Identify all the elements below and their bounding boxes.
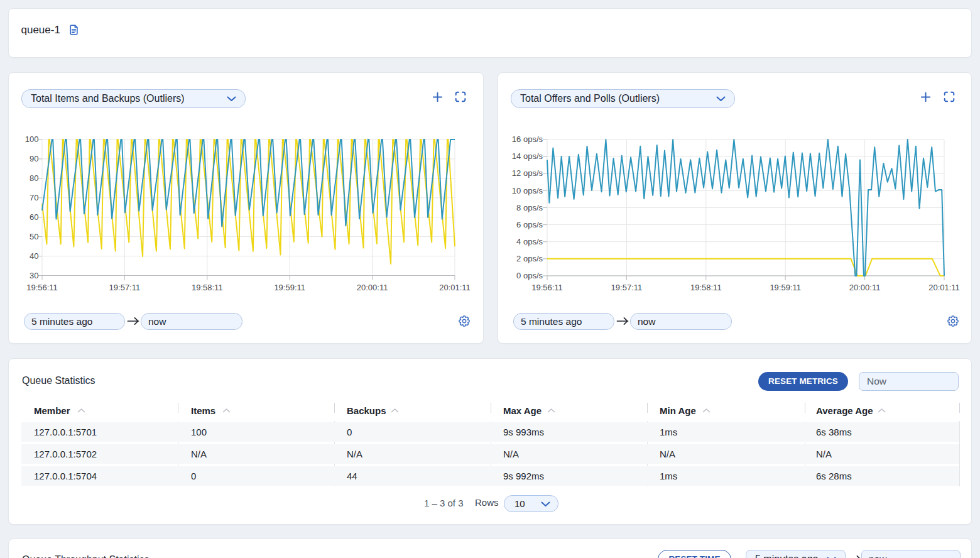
svg-text:30: 30 [30,271,38,280]
svg-text:70: 70 [30,193,38,202]
svg-text:100: 100 [25,134,39,144]
svg-text:20:01:11: 20:01:11 [928,283,960,292]
svg-text:14 ops/s: 14 ops/s [512,151,543,161]
svg-text:19:59:11: 19:59:11 [770,283,801,292]
svg-text:6 ops/s: 6 ops/s [516,220,543,229]
svg-text:19:59:11: 19:59:11 [274,283,305,292]
svg-text:19:58:11: 19:58:11 [690,283,722,292]
svg-text:19:58:11: 19:58:11 [192,283,223,292]
svg-text:90: 90 [30,154,38,163]
svg-text:2 ops/s: 2 ops/s [516,254,543,263]
svg-text:19:57:11: 19:57:11 [611,283,643,292]
svg-text:19:56:11: 19:56:11 [26,283,58,292]
svg-text:4 ops/s: 4 ops/s [516,237,543,246]
svg-text:12 ops/s: 12 ops/s [512,168,543,178]
svg-text:10 ops/s: 10 ops/s [512,186,543,195]
svg-text:19:57:11: 19:57:11 [109,283,141,292]
svg-text:50: 50 [30,232,38,241]
svg-text:20:00:11: 20:00:11 [849,283,881,292]
svg-text:80: 80 [30,173,38,183]
svg-text:60: 60 [30,212,38,222]
svg-text:20:00:11: 20:00:11 [357,283,388,292]
svg-text:40: 40 [30,251,38,261]
svg-text:8 ops/s: 8 ops/s [516,203,543,212]
svg-text:16 ops/s: 16 ops/s [512,134,543,144]
svg-text:0 ops/s: 0 ops/s [516,271,543,280]
svg-text:20:01:11: 20:01:11 [439,283,471,292]
svg-text:19:56:11: 19:56:11 [531,283,563,292]
